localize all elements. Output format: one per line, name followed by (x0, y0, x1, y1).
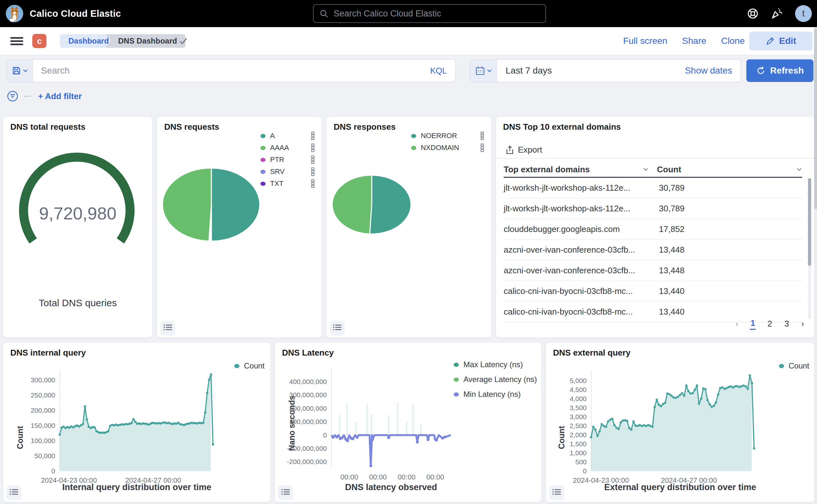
legend-actions-icon[interactable] (480, 131, 485, 140)
list-icon (164, 324, 172, 332)
legend-item[interactable]: AAAA (260, 143, 315, 153)
area-chart[interactable]: 5,0004,5004,0003,5003,0002,5002,0001,500… (546, 343, 814, 502)
calendar-menu-button[interactable] (470, 60, 497, 82)
count-cell: 13,440 (657, 307, 802, 317)
table-row[interactable]: jlt-worksh-jlt-workshop-aks-112e...30,78… (504, 178, 802, 198)
svg-text:00:00: 00:00 (426, 473, 444, 481)
legend-item[interactable]: SRV (260, 167, 315, 176)
svg-text:4,500: 4,500 (570, 386, 587, 393)
legend-toggle-button[interactable] (549, 485, 564, 500)
time-range-value[interactable]: Last 7 days (497, 66, 677, 76)
table-row[interactable]: jlt-worksh-jlt-workshop-aks-112e...30,78… (504, 198, 802, 219)
save-icon (12, 66, 21, 75)
legend-item[interactable]: Max Latency (ns) (454, 360, 537, 369)
chart-legend: AAAAAPTRSRVTXT (260, 131, 315, 188)
legend-actions-icon[interactable] (310, 179, 315, 188)
user-avatar[interactable]: t (795, 5, 812, 22)
legend-item[interactable]: NXDOMAIN (411, 143, 485, 153)
query-input[interactable] (33, 66, 422, 76)
legend-item[interactable]: Min Latency (ns) (454, 390, 537, 399)
legend-actions-icon[interactable] (310, 143, 315, 152)
dashboard-toolbar: c Dashboard DNS Dashboard Full screen Sh… (0, 27, 817, 55)
sort-chevron-icon[interactable] (796, 167, 802, 171)
svg-text:00:00: 00:00 (369, 473, 387, 481)
clone-button[interactable]: Clone (721, 36, 745, 46)
pagination-next-icon[interactable]: › (801, 318, 805, 329)
top-nav: Calico Cloud Elastic t (0, 0, 817, 27)
panel-dns-total-requests: DNS total requests 9,720,980 Total DNS q… (3, 117, 152, 338)
news-party-popper-icon[interactable] (771, 7, 783, 20)
count-cell: 13,448 (657, 266, 802, 276)
table-pagination: ‹ 1 2 3 › (735, 318, 805, 330)
legend-dot-icon (454, 363, 459, 367)
pagination-page-1[interactable]: 1 (750, 318, 756, 330)
svg-text:500: 500 (575, 458, 587, 466)
legend-toggle-button[interactable] (6, 485, 21, 500)
refresh-button[interactable]: Refresh (746, 59, 813, 82)
list-icon (333, 324, 341, 332)
edit-button[interactable]: Edit (749, 32, 812, 50)
breadcrumb-dns-dashboard[interactable]: DNS Dashboard (105, 34, 186, 48)
pagination-page-2[interactable]: 2 (767, 318, 772, 329)
svg-text:00:00: 00:00 (340, 473, 358, 481)
table-scrollbar-thumb[interactable] (808, 178, 811, 266)
legend-actions-icon[interactable] (310, 131, 315, 140)
svg-text:1,500: 1,500 (570, 440, 587, 448)
table-row[interactable]: clouddebugger.googleapis.com17,852 (504, 219, 802, 240)
export-button[interactable]: Export (504, 145, 544, 155)
space-badge[interactable]: c (32, 34, 46, 48)
legend-item[interactable]: TXT (260, 179, 315, 188)
legend-toggle-button[interactable] (278, 485, 293, 500)
list-icon (10, 489, 18, 497)
calendar-icon (475, 66, 485, 76)
show-dates-button[interactable]: Show dates (677, 66, 741, 76)
legend-dot-icon (454, 392, 459, 397)
menu-hamburger-icon[interactable] (10, 35, 23, 47)
calico-cat-logo[interactable] (5, 4, 24, 23)
table-row[interactable]: calico-cni-ivan-byocni-03cfb8-mc...13,44… (504, 281, 802, 302)
table-scrollbar[interactable] (808, 178, 811, 319)
legend-item[interactable]: A (260, 131, 315, 141)
domain-cell: azcni-over-ivan-conference-03cfb... (504, 266, 657, 276)
count-cell: 30,789 (657, 183, 802, 193)
full-screen-button[interactable]: Full screen (623, 36, 667, 46)
page-scrollbar-thumb[interactable] (814, 28, 817, 209)
pagination-prev-icon[interactable]: ‹ (735, 318, 739, 329)
legend-item[interactable]: Count (234, 361, 265, 370)
saved-query-menu-button[interactable] (7, 60, 33, 82)
legend-actions-icon[interactable] (480, 143, 485, 152)
svg-text:200,000,000: 200,000,000 (289, 405, 327, 412)
legend-toggle-button[interactable] (160, 321, 175, 336)
share-button[interactable]: Share (682, 36, 706, 46)
global-search[interactable] (313, 4, 546, 23)
kql-button[interactable]: KQL (422, 66, 455, 76)
filter-menu-icon[interactable] (6, 90, 19, 102)
global-search-input[interactable] (333, 8, 540, 19)
legend-dot-icon (260, 146, 266, 150)
table-row[interactable]: azcni-over-ivan-conference-03cfb...13,44… (504, 260, 802, 281)
legend-item[interactable]: Count (779, 361, 809, 370)
legend-dot-icon (234, 364, 239, 368)
column-header-count[interactable]: Count (657, 165, 802, 175)
legend-toggle-button[interactable] (330, 321, 345, 336)
legend-dot-icon (779, 364, 784, 368)
legend-actions-icon[interactable] (310, 167, 315, 176)
sort-chevron-icon[interactable] (643, 167, 649, 171)
page-scrollbar[interactable] (814, 27, 817, 504)
column-header-domains[interactable]: Top external domains (504, 165, 657, 175)
x-axis-title: Internal query distribution over time (3, 482, 270, 492)
area-chart[interactable]: 300,000250,000200,000150,000100,00050,00… (3, 343, 270, 502)
legend-item[interactable]: PTR (260, 155, 315, 165)
chart-legend: NOERRORNXDOMAIN (411, 131, 485, 153)
table-row[interactable]: azcni-over-ivan-conference-03cfb...13,44… (504, 240, 802, 260)
pagination-page-3[interactable]: 3 (784, 318, 790, 329)
list-icon (552, 489, 561, 497)
legend-actions-icon[interactable] (310, 155, 315, 164)
legend-item[interactable]: Average Latency (ns) (454, 375, 537, 384)
legend-item[interactable]: NOERROR (411, 131, 485, 141)
refresh-icon (756, 66, 766, 76)
add-filter-button[interactable]: + Add filter (36, 91, 84, 102)
domain-cell: clouddebugger.googleapis.com (504, 224, 657, 234)
help-lifering-icon[interactable] (747, 7, 759, 20)
domain-cell: calico-cni-ivan-byocni-03cfb8-mc... (504, 307, 657, 317)
